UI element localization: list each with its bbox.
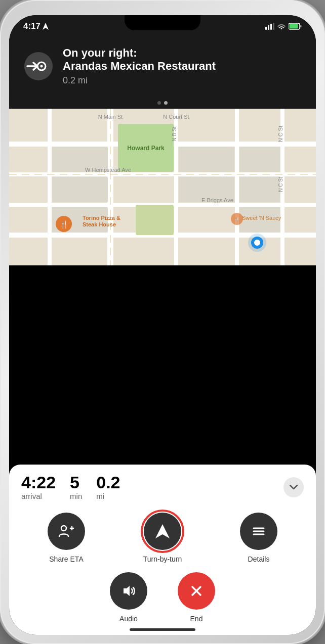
nav-distance: 0.2 mi xyxy=(63,75,302,86)
svg-rect-0 xyxy=(265,27,267,30)
nav-text: On your right: Arandas Mexican Restauran… xyxy=(63,47,302,86)
map-svg: Howard Park N Main St N Court St N C St … xyxy=(9,109,316,265)
svg-rect-32 xyxy=(239,177,280,202)
home-indicator xyxy=(130,628,195,631)
wifi-icon xyxy=(277,23,286,29)
svg-text:Torino Pizza &: Torino Pizza & xyxy=(83,215,120,221)
signal-icon xyxy=(265,23,274,30)
svg-rect-25 xyxy=(136,205,174,235)
turn-by-turn-label: Turn-by-turn xyxy=(143,555,182,563)
svg-text:W Hempstead Ave: W Hempstead Ave xyxy=(85,167,131,173)
minutes-item: 5 min xyxy=(70,474,82,500)
svg-point-51 xyxy=(61,526,66,531)
audio-icon xyxy=(119,582,138,600)
svg-text:N C St: N C St xyxy=(277,126,283,142)
nav-destination: Arandas Mexican Restaurant xyxy=(63,60,216,72)
share-eta-icon xyxy=(57,522,75,540)
miles-item: 0.2 mi xyxy=(96,474,120,500)
minutes-label: min xyxy=(70,492,82,500)
arrival-time-value: 4:22 xyxy=(21,474,56,491)
svg-rect-3 xyxy=(273,23,274,30)
nav-direction: On your right: xyxy=(63,47,137,59)
svg-rect-6 xyxy=(300,25,302,28)
close-icon xyxy=(187,582,206,600)
svg-text:N Court St: N Court St xyxy=(163,114,189,120)
svg-point-50 xyxy=(254,240,260,246)
location-arrow-icon xyxy=(43,23,49,30)
dot-1 xyxy=(157,101,161,105)
minutes-value: 5 xyxy=(70,474,79,491)
turn-by-turn-button[interactable] xyxy=(144,513,181,550)
svg-text:N C St: N C St xyxy=(278,177,283,192)
audio-action[interactable]: Audio xyxy=(110,572,147,623)
battery-icon xyxy=(289,23,302,30)
arrival-label: arrival xyxy=(21,492,42,500)
nav-instruction-bar: On your right: Arandas Mexican Restauran… xyxy=(9,37,316,97)
arrive-right-icon xyxy=(23,51,54,81)
list-icon xyxy=(250,522,268,540)
share-eta-button[interactable] xyxy=(48,513,85,550)
dot-2 xyxy=(164,101,168,105)
audio-button[interactable] xyxy=(110,572,147,610)
share-eta-action[interactable]: Share ETA xyxy=(21,513,111,563)
svg-text:🍴: 🍴 xyxy=(60,220,69,229)
details-action[interactable]: Details xyxy=(214,513,304,563)
navigation-icon xyxy=(153,522,172,540)
chevron-down-icon xyxy=(290,485,298,490)
svg-rect-2 xyxy=(270,24,272,30)
miles-value: 0.2 xyxy=(96,474,120,491)
turn-by-turn-action[interactable]: Turn-by-turn xyxy=(117,513,208,563)
svg-text:Sweet 'N Saucy: Sweet 'N Saucy xyxy=(242,215,281,221)
turn-direction-icon xyxy=(23,51,54,81)
status-bar: 4:17 xyxy=(9,15,316,37)
details-label: Details xyxy=(248,555,270,563)
end-button[interactable] xyxy=(178,572,215,610)
time-display: 4:17 xyxy=(23,21,40,31)
svg-text:🍴: 🍴 xyxy=(233,216,240,223)
end-action[interactable]: End xyxy=(178,572,215,623)
svg-point-10 xyxy=(40,65,43,67)
details-button[interactable] xyxy=(240,513,277,550)
svg-text:N Main St: N Main St xyxy=(98,114,123,120)
phone-screen: 4:17 xyxy=(9,15,316,635)
svg-text:Steak House: Steak House xyxy=(83,221,116,227)
phone-frame: 4:17 xyxy=(0,0,325,644)
share-eta-label: Share ETA xyxy=(49,555,83,563)
svg-rect-27 xyxy=(52,177,108,202)
svg-rect-5 xyxy=(290,24,298,29)
miles-label: mi xyxy=(96,492,104,500)
svg-text:N B St: N B St xyxy=(172,126,177,141)
map-area[interactable]: Howard Park N Main St N Court St N C St … xyxy=(9,109,316,265)
svg-rect-29 xyxy=(179,147,234,172)
page-dots xyxy=(9,97,316,109)
collapse-button[interactable] xyxy=(283,477,304,497)
status-time: 4:17 xyxy=(23,21,49,31)
action-row-bottom: Audio End xyxy=(21,572,304,623)
nav-direction-title: On your right: Arandas Mexican Restauran… xyxy=(63,47,302,73)
audio-label: Audio xyxy=(119,615,138,623)
svg-rect-31 xyxy=(239,147,280,172)
eta-row: 4:22 arrival 5 min 0.2 mi xyxy=(21,474,304,500)
svg-text:Howard Park: Howard Park xyxy=(127,145,165,152)
status-icons xyxy=(265,23,302,30)
arrival-time-item: 4:22 arrival xyxy=(21,474,56,500)
notch xyxy=(125,15,200,30)
end-label: End xyxy=(190,615,203,623)
svg-text:E Briggs Ave: E Briggs Ave xyxy=(201,197,233,203)
svg-rect-1 xyxy=(268,25,269,30)
action-grid-top: Share ETA Turn-by-turn xyxy=(21,513,304,563)
bottom-panel: 4:22 arrival 5 min 0.2 mi xyxy=(9,465,316,635)
